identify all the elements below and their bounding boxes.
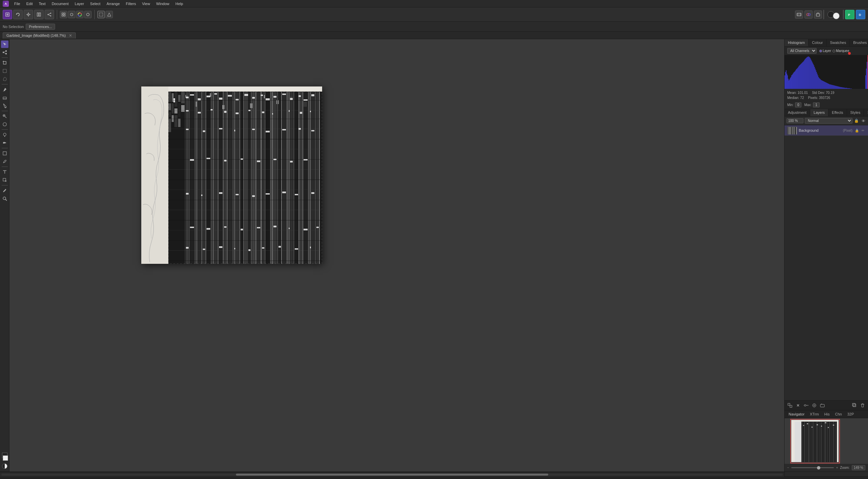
view-assist-btn[interactable]	[795, 10, 803, 19]
histogram-tab[interactable]: Histogram	[785, 39, 809, 46]
effects-tab[interactable]: Effects	[828, 109, 847, 116]
text-tool[interactable]	[1, 168, 8, 176]
svg-line-10	[48, 13, 50, 14]
svg-rect-262	[803, 61, 804, 89]
zoom-slider[interactable]	[791, 467, 834, 468]
transform-tool[interactable]	[1, 176, 8, 184]
zoom-tool[interactable]	[1, 195, 8, 202]
menu-text[interactable]: Text	[36, 1, 48, 6]
studio-button[interactable]	[34, 10, 44, 19]
layer-radio[interactable]: Layer	[819, 49, 831, 53]
duplicate-layer-btn[interactable]	[851, 402, 858, 409]
select-all-btn[interactable]	[97, 11, 105, 18]
svg-rect-119	[272, 92, 273, 264]
his-tab[interactable]: His	[823, 411, 831, 417]
svg-rect-323	[844, 88, 845, 89]
pen-tool[interactable]	[1, 158, 8, 165]
menu-layer[interactable]: Layer	[72, 1, 87, 6]
menu-window[interactable]: Window	[153, 1, 172, 6]
zoom-in-icon[interactable]: +	[836, 466, 838, 470]
document-tab[interactable]: Garbled_Image (Modified) (148.7%) ✕	[3, 32, 76, 39]
menu-arrange[interactable]: Arrange	[104, 1, 122, 6]
add-adjustment-btn[interactable]	[803, 402, 810, 409]
channels-dropdown[interactable]: All Channels	[787, 48, 817, 54]
chn-tab[interactable]: Chn	[834, 411, 843, 417]
svg-rect-160	[190, 94, 194, 96]
affinity-designer-btn[interactable]: D	[856, 10, 865, 19]
display-mode-btn[interactable]	[68, 11, 75, 18]
new-button[interactable]	[3, 10, 12, 19]
zoom-out-icon[interactable]: −	[787, 466, 789, 470]
color-wheel-btn[interactable]	[76, 11, 83, 18]
paint-brush-tool[interactable]	[1, 86, 8, 93]
proof-btn[interactable]	[84, 11, 92, 18]
blend-mode-dropdown[interactable]: Normal	[805, 118, 852, 124]
move-tool[interactable]	[1, 41, 8, 48]
view-mode-btn[interactable]	[60, 11, 67, 18]
adjustment-tab[interactable]: Adjustment	[785, 109, 810, 116]
eyedropper-tool[interactable]	[1, 187, 8, 194]
shape-tool[interactable]	[1, 150, 8, 157]
menu-view[interactable]: View	[139, 1, 153, 6]
horizontal-scrollbar[interactable]	[0, 472, 784, 477]
add-mask-btn[interactable]	[811, 402, 818, 409]
macro-btn[interactable]	[814, 10, 822, 19]
layer-lock-icon[interactable]: 🔒	[854, 128, 859, 133]
marquee-radio[interactable]: Marquee	[833, 49, 849, 53]
undo-button[interactable]	[13, 10, 23, 19]
menu-edit[interactable]: Edit	[24, 1, 35, 6]
swatches-tab[interactable]: Swatches	[827, 39, 850, 46]
preferences-btn[interactable]: Preferences...	[26, 24, 55, 30]
background-color[interactable]	[833, 12, 840, 19]
bg-color-swatch[interactable]	[3, 455, 8, 461]
group-layers-btn[interactable]	[819, 402, 826, 409]
share-button[interactable]	[45, 10, 54, 19]
patch-tool[interactable]	[1, 121, 8, 128]
colour-tab[interactable]: Colour	[809, 39, 826, 46]
delete-layer-btn[interactable]	[859, 402, 866, 409]
svg-rect-182	[248, 110, 250, 111]
svg-rect-242	[790, 78, 791, 89]
add-fx-btn[interactable]	[795, 402, 801, 409]
32p-tab[interactable]: 32P	[846, 411, 855, 417]
zoom-thumb[interactable]	[817, 466, 820, 470]
visibility-icon[interactable]: 👁	[861, 118, 866, 124]
opacity-input[interactable]	[787, 118, 803, 123]
dodge-tool[interactable]	[1, 131, 8, 138]
transform-btn[interactable]	[105, 11, 113, 18]
layer-name: Background	[799, 128, 841, 132]
navigator-tab[interactable]: Navigator	[787, 411, 806, 417]
channels-btn[interactable]	[804, 10, 813, 19]
menu-file[interactable]: File	[11, 1, 23, 6]
color-swap[interactable]	[2, 463, 7, 469]
xtrm-tab[interactable]: XTrm	[809, 411, 820, 417]
settings-button[interactable]	[24, 10, 33, 19]
layer-item[interactable]: Background (Pixel) 🔒 ✏	[785, 125, 868, 136]
menu-select[interactable]: Select	[88, 1, 103, 6]
fill-tool[interactable]	[1, 102, 8, 109]
scrollbar-thumb[interactable]	[236, 474, 549, 476]
menu-help[interactable]: Help	[173, 1, 186, 6]
svg-rect-265	[805, 58, 806, 89]
crop-tool[interactable]	[1, 59, 8, 67]
affinity-publisher-btn[interactable]: P	[845, 10, 854, 19]
zoom-value[interactable]: 149 %	[852, 465, 865, 470]
document-close-btn[interactable]: ✕	[69, 33, 72, 37]
styles-tab[interactable]: Styles	[847, 109, 864, 116]
scrollbar-track[interactable]	[1, 474, 783, 476]
lock-icon[interactable]: 🔒	[854, 118, 859, 124]
clone-brush-tool[interactable]	[1, 112, 8, 120]
marquee-select-tool[interactable]	[1, 67, 8, 75]
layer-visibility-btn[interactable]: ✏	[861, 128, 865, 133]
menu-filters[interactable]: Filters	[123, 1, 139, 6]
add-pixel-layer-btn[interactable]	[787, 402, 793, 409]
menu-document[interactable]: Document	[49, 1, 71, 6]
layers-tab[interactable]: Layers	[810, 109, 828, 116]
eraser-tool[interactable]	[1, 94, 8, 101]
svg-rect-200	[241, 158, 243, 160]
stock-tab[interactable]: Stock	[864, 109, 868, 116]
smudge-tool[interactable]	[1, 139, 8, 147]
node-tool[interactable]	[1, 49, 8, 56]
freehand-select-tool[interactable]	[1, 75, 8, 83]
brushes-tab[interactable]: Brushes	[850, 39, 868, 46]
